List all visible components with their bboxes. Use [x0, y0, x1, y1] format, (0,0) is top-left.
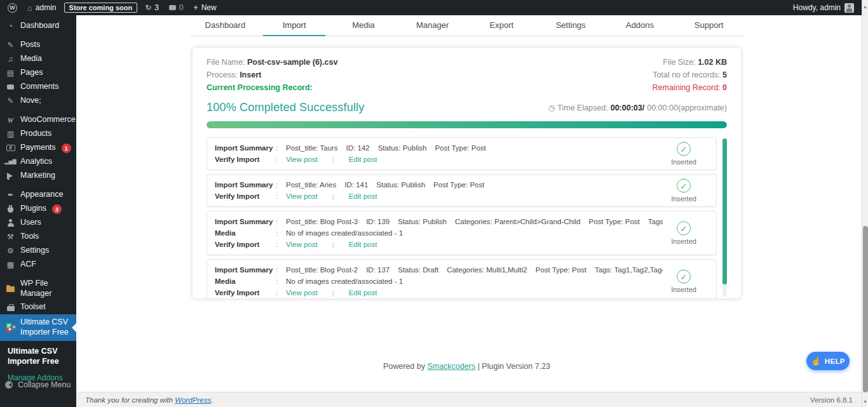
row-line-verify-import: Verify ImportView postEdit post: [215, 154, 663, 165]
list-scrollbar-thumb[interactable]: [722, 138, 727, 284]
sidebar-item-comments[interactable]: Comments: [0, 80, 76, 94]
colon-separator: [276, 227, 286, 239]
tab-dashboard[interactable]: Dashboard: [191, 15, 260, 36]
plugin-version-text: | Plugin Version 7.23: [478, 362, 550, 371]
help-label: HELP: [825, 357, 845, 365]
scrollbar-down-arrow[interactable]: [862, 399, 868, 405]
collapse-menu-button[interactable]: Collapse Menu: [0, 378, 76, 392]
scrollbar-thumb[interactable]: [863, 226, 868, 392]
row-line-verify-import: Verify ImportView postEdit post: [215, 190, 663, 202]
sidebar-item-woocommerce[interactable]: WWooCommerce: [0, 113, 76, 127]
sidebar-item-label: Analytics: [20, 157, 52, 167]
file-size-row: File Size: 1.02 KB: [653, 56, 727, 69]
row-label: Media: [215, 227, 276, 239]
check-circle-icon: [677, 222, 691, 236]
updates-menu[interactable]: 3: [140, 0, 164, 15]
process-label: Process:: [207, 70, 238, 79]
scrollbar-up-arrow[interactable]: [862, 4, 868, 10]
tab-export[interactable]: Export: [467, 15, 536, 36]
row-content: Post_title: Blog Post-3ID: 139Status: Pu…: [286, 216, 663, 227]
file-name-label: File Name:: [207, 58, 245, 67]
current-record-row: Current Processing Record:: [207, 81, 337, 94]
store-coming-soon-badge[interactable]: Store coming soon: [64, 3, 138, 13]
remaining-record-value: 0: [722, 83, 727, 92]
total-records-label: Total no of records:: [653, 70, 720, 79]
tab-media[interactable]: Media: [329, 15, 398, 36]
tab-support[interactable]: Support: [674, 15, 743, 36]
field-pair: Status: Draft: [398, 264, 438, 276]
sidebar-item-ultimate-csv-importer-free[interactable]: Ultimate CSV Importer Free: [0, 314, 76, 340]
sidebar-item-products[interactable]: ▥Products: [0, 127, 76, 141]
help-button[interactable]: HELP: [806, 352, 850, 370]
row-status: Inserted: [665, 270, 702, 293]
import-summary-list: Import SummaryPost_title: TaursID: 142St…: [207, 137, 727, 298]
view-post-link[interactable]: View post: [286, 287, 318, 298]
edit-post-link[interactable]: Edit post: [349, 239, 377, 250]
sidebar-item-plugins[interactable]: Plugins3: [0, 202, 76, 216]
wordpress-link[interactable]: WordPress: [175, 396, 211, 404]
tab-manager[interactable]: Manager: [398, 15, 467, 36]
progress-fill: [207, 121, 727, 128]
row-line-import-summary: Import SummaryPost_title: Blog Post-2ID:…: [215, 264, 663, 276]
new-label: New: [201, 3, 217, 12]
sidebar-item-wp-file-manager[interactable]: WP File Manager: [0, 277, 76, 300]
sidebar-item-label: Media: [20, 54, 42, 64]
notification-badge: 1: [62, 143, 71, 153]
wp-version: Version 6.8.1: [810, 396, 853, 404]
comments-menu[interactable]: 0: [164, 0, 189, 15]
sidebar-item-payments[interactable]: Payments1: [0, 141, 76, 155]
view-post-link[interactable]: View post: [286, 154, 318, 165]
pin-icon: ✎: [5, 41, 16, 49]
row-status: Inserted: [665, 142, 702, 166]
time-elapsed-value: 00:00:03/: [611, 103, 645, 112]
sidebar-item-acf[interactable]: ▦ACF: [0, 258, 76, 272]
row-label: Verify Import: [215, 239, 276, 250]
row-label: Import Summary: [215, 179, 276, 190]
submenu-current-item[interactable]: Ultimate CSV Importer Free: [8, 346, 71, 367]
row-content: View postEdit post: [286, 154, 377, 165]
sidebar-item-label: Tools: [20, 232, 39, 242]
sidebar-item-toolset[interactable]: Toolset: [0, 300, 76, 314]
tab-addons[interactable]: Addons: [606, 15, 675, 36]
edit-post-link[interactable]: Edit post: [349, 287, 377, 298]
new-content-menu[interactable]: New: [189, 0, 222, 15]
sidebar-item-dashboard[interactable]: ◔Dashboard: [0, 19, 76, 33]
field-pair: Post_title: Blog Post-3: [286, 216, 358, 227]
row-line-verify-import: Verify ImportView postEdit post: [215, 287, 663, 298]
tab-import[interactable]: Import: [260, 15, 329, 36]
status-label: Inserted: [665, 286, 702, 293]
time-elapsed-label: Time Elapsed:: [557, 103, 607, 112]
sidebar-item-posts[interactable]: ✎Posts: [0, 38, 76, 52]
edit-post-link[interactable]: Edit post: [349, 154, 377, 165]
sidebar-item-users[interactable]: Users: [0, 216, 76, 230]
row-line-media: MediaNo of images created/associated - 1: [215, 227, 663, 239]
sidebar-item-analytics[interactable]: ▂▅▇Analytics: [0, 155, 76, 169]
edit-post-link[interactable]: Edit post: [349, 190, 377, 202]
tab-settings[interactable]: Settings: [536, 15, 606, 36]
row-content: Post_title: TaursID: 142Status: PublishP…: [286, 142, 486, 154]
row-content: Post_title: AriesID: 141Status: PublishP…: [286, 179, 484, 190]
page-scrollbar[interactable]: [862, 0, 868, 407]
sidebar-item-appearance[interactable]: ✒Appearance: [0, 188, 76, 202]
notification-badge: 3: [52, 204, 62, 214]
sidebar-item-nove[interactable]: ✎Nove;: [0, 94, 76, 108]
current-record-label: Current Processing Record:: [207, 83, 313, 92]
file-name-row: File Name: Post-csv-sample (6).csv: [207, 56, 337, 69]
view-post-link[interactable]: View post: [286, 190, 318, 202]
site-name-menu[interactable]: admin: [22, 0, 62, 15]
sidebar-item-tools[interactable]: ⚒Tools: [0, 230, 76, 244]
user-avatar[interactable]: [844, 3, 854, 13]
sidebar-item-settings[interactable]: ⚙Settings: [0, 244, 76, 258]
view-post-link[interactable]: View post: [286, 239, 318, 250]
link-separator: [332, 239, 334, 250]
analytics-icon: ▂▅▇: [5, 159, 16, 164]
sidebar-item-marketing[interactable]: Marketing: [0, 169, 76, 183]
sidebar-item-media[interactable]: ♫Media: [0, 52, 76, 66]
row-content: Post_title: Blog Post-2ID: 137Status: Dr…: [286, 264, 663, 276]
sidebar-item-pages[interactable]: ▤Pages: [0, 66, 76, 80]
smackcoders-link[interactable]: Smackcoders: [427, 362, 475, 371]
colon-separator: [276, 276, 286, 287]
howdy-text[interactable]: Howdy, admin: [793, 3, 841, 12]
wordpress-logo-menu[interactable]: [3, 0, 22, 15]
link-separator: [332, 287, 334, 298]
